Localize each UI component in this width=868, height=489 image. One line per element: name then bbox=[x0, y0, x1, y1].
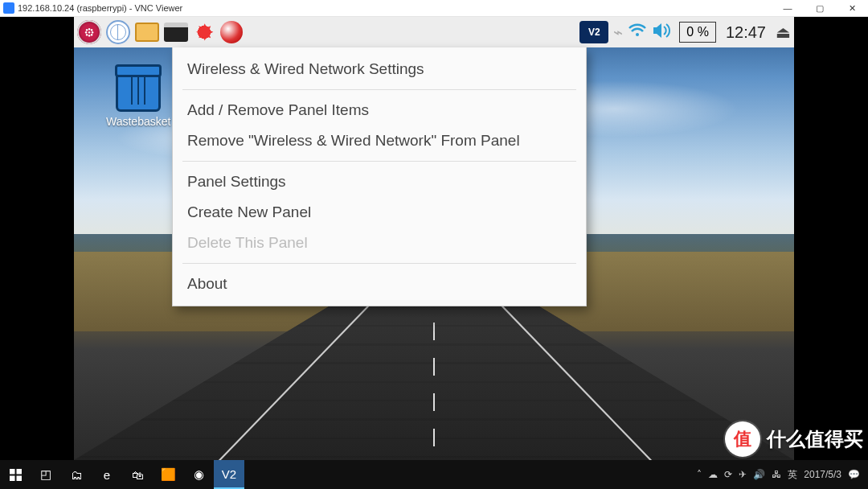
svg-rect-3 bbox=[10, 475, 15, 481]
svg-rect-1 bbox=[10, 469, 15, 475]
vnc-viewer-window: 192.168.10.24 (raspberrypi) - VNC Viewer… bbox=[0, 0, 868, 460]
store-icon[interactable]: 🛍 bbox=[122, 460, 153, 489]
vnc-app-icon bbox=[3, 2, 14, 14]
raspberry-pi-desktop[interactable]: V2 ⌁ 0 % 12:47 ⏏ Wastebasket Wireless & … bbox=[74, 17, 794, 460]
panel-context-menu: Wireless & Wired Network Settings Add / … bbox=[172, 47, 587, 306]
cpu-usage-indicator[interactable]: 0 % bbox=[679, 22, 716, 43]
bluetooth-icon[interactable]: ⌁ bbox=[613, 23, 623, 42]
svg-point-0 bbox=[636, 33, 639, 36]
tray-sync-icon[interactable]: ⟳ bbox=[724, 469, 732, 480]
app-icon-1[interactable]: 🟧 bbox=[153, 460, 183, 489]
tray-up-icon[interactable]: ˄ bbox=[697, 469, 702, 480]
menu-delete-this-panel: Delete This Panel bbox=[173, 228, 586, 258]
app-burst-icon[interactable] bbox=[193, 21, 215, 43]
vnc-viewer-taskbar-icon[interactable]: V2 bbox=[214, 460, 244, 489]
tray-ime-icon[interactable]: 英 bbox=[788, 468, 797, 482]
svg-rect-2 bbox=[16, 469, 22, 475]
volume-icon[interactable] bbox=[652, 20, 674, 45]
wastebasket-desktop-icon[interactable]: Wastebasket bbox=[106, 70, 170, 128]
menu-create-new-panel[interactable]: Create New Panel bbox=[173, 197, 586, 228]
tray-send-icon[interactable]: ✈ bbox=[739, 469, 747, 480]
tray-network-icon[interactable]: 🖧 bbox=[772, 469, 781, 480]
start-button[interactable] bbox=[0, 460, 31, 489]
edge-browser-icon[interactable]: e bbox=[92, 460, 122, 489]
maximize-button[interactable]: ▢ bbox=[804, 0, 836, 17]
file-explorer-icon[interactable]: 🗂 bbox=[61, 460, 92, 489]
eject-icon[interactable]: ⏏ bbox=[776, 23, 791, 42]
smzdm-watermark: 值 什么值得买 bbox=[725, 421, 863, 457]
menu-wireless-wired-settings[interactable]: Wireless & Wired Network Settings bbox=[173, 54, 586, 84]
system-tray[interactable]: ˄ ☁ ⟳ ✈ 🔊 🖧 英 2017/5/3 💬 bbox=[689, 468, 868, 482]
menu-separator bbox=[182, 161, 576, 162]
smzdm-text: 什么值得买 bbox=[767, 426, 863, 452]
clock[interactable]: 12:47 bbox=[721, 23, 771, 42]
tray-notifications-icon[interactable]: 💬 bbox=[848, 469, 860, 480]
chrome-icon[interactable]: ◉ bbox=[183, 460, 214, 489]
terminal-icon[interactable] bbox=[164, 23, 188, 42]
menu-add-remove-panel-items[interactable]: Add / Remove Panel Items bbox=[173, 95, 586, 125]
app-redball-icon[interactable] bbox=[220, 21, 243, 43]
menu-remove-from-panel[interactable]: Remove "Wireless & Wired Network" From P… bbox=[173, 125, 586, 156]
tray-date[interactable]: 2017/5/3 bbox=[804, 469, 841, 480]
wastebasket-label: Wastebasket bbox=[106, 115, 170, 128]
vnc-content: V2 ⌁ 0 % 12:47 ⏏ Wastebasket Wireless & … bbox=[0, 17, 868, 460]
web-browser-icon[interactable] bbox=[106, 20, 130, 44]
pi-top-panel[interactable]: V2 ⌁ 0 % 12:47 ⏏ bbox=[74, 17, 794, 47]
tray-volume-icon[interactable]: 🔊 bbox=[753, 469, 765, 480]
menu-separator bbox=[182, 89, 576, 90]
file-manager-icon[interactable] bbox=[135, 23, 159, 42]
menu-panel-settings[interactable]: Panel Settings bbox=[173, 166, 586, 197]
task-view-icon[interactable]: ◰ bbox=[31, 460, 61, 489]
smzdm-logo-icon: 值 bbox=[725, 421, 760, 457]
menu-about[interactable]: About bbox=[173, 269, 586, 299]
close-button[interactable]: ✕ bbox=[836, 0, 868, 17]
windows-taskbar[interactable]: ◰ 🗂 e 🛍 🟧 ◉ V2 ˄ ☁ ⟳ ✈ 🔊 🖧 英 2017/5/3 💬 bbox=[0, 460, 868, 489]
vnc-server-icon[interactable]: V2 bbox=[579, 21, 608, 43]
raspberry-menu-icon[interactable] bbox=[77, 20, 101, 44]
wifi-icon[interactable] bbox=[628, 22, 647, 43]
vnc-title-text: 192.168.10.24 (raspberrypi) - VNC Viewer bbox=[18, 3, 182, 13]
menu-separator bbox=[182, 263, 576, 264]
minimize-button[interactable]: — bbox=[772, 0, 804, 17]
vnc-titlebar[interactable]: 192.168.10.24 (raspberrypi) - VNC Viewer… bbox=[0, 0, 868, 17]
svg-rect-4 bbox=[16, 475, 22, 481]
trash-bin-icon bbox=[116, 70, 161, 112]
tray-cloud-icon[interactable]: ☁ bbox=[708, 469, 718, 480]
